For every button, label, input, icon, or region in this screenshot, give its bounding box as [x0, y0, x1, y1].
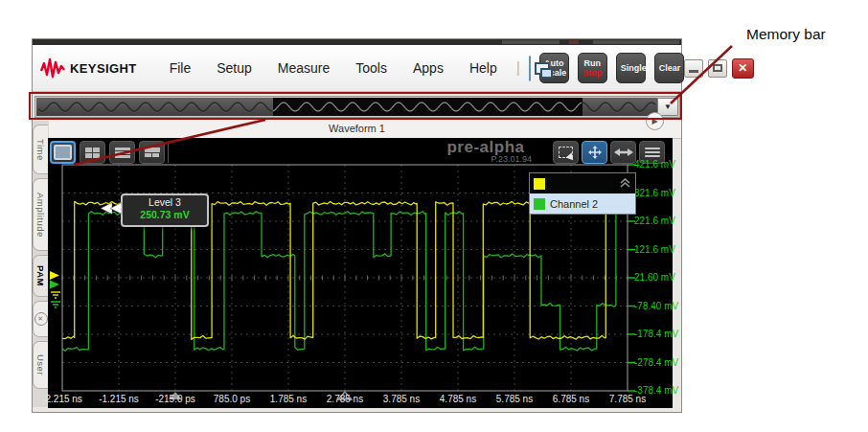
- memory-bar[interactable]: ▼: [34, 96, 680, 118]
- clear-button[interactable]: Clear: [654, 53, 684, 83]
- close-button[interactable]: ✕: [732, 58, 754, 79]
- menu-item-help[interactable]: Help: [469, 60, 497, 76]
- voltage-tick-label: 121.6 mV: [634, 244, 675, 255]
- waveform-tab-bar: Waveform 1: [33, 119, 681, 139]
- menu-separator: |: [516, 59, 520, 77]
- maximize-button[interactable]: [708, 59, 727, 78]
- single-button[interactable]: Single: [616, 53, 646, 83]
- channel-2-swatch: [534, 198, 545, 210]
- menu-items: FileSetupMeasureToolsAppsHelp: [170, 60, 497, 76]
- run-label: Run: [582, 58, 603, 68]
- voltage-tick-label: -278.4 mV: [634, 357, 678, 368]
- keysight-logo: KEYSIGHT: [40, 57, 137, 79]
- time-tick-label: 6.785 ns: [553, 394, 589, 404]
- side-tab-collapse[interactable]: ✕: [33, 301, 48, 337]
- side-tab-amplitude[interactable]: Amplitude: [33, 178, 48, 251]
- menu-item-setup[interactable]: Setup: [217, 60, 252, 76]
- minimize-icon: [689, 70, 698, 73]
- time-tick-label: 1.785 ns: [270, 394, 307, 404]
- time-tick-label: -1.215 ns: [99, 394, 139, 404]
- maximize-icon: [713, 64, 722, 72]
- level-callout-value: 250.73 mV: [123, 209, 207, 221]
- scope-display: pre-alpha P.23.01.94 -2.215 ns-1.215 ns-…: [48, 138, 673, 408]
- channel-2-label: Channel 2: [550, 198, 598, 210]
- display-window-icon: [540, 68, 553, 79]
- annotation-memory-bar-label: Memory bar: [746, 26, 826, 43]
- run-stop-button[interactable]: Run Stop: [578, 53, 607, 83]
- side-tab-time[interactable]: Time: [33, 125, 48, 174]
- menu-item-tools[interactable]: Tools: [355, 60, 387, 76]
- voltage-tick-label: 221.6 mV: [634, 216, 675, 226]
- background-artifact: [593, 40, 679, 44]
- level-marker-arrow-icon: [101, 202, 123, 215]
- voltage-tick-label: 21.60 mV: [634, 272, 675, 283]
- voltage-tick-label: 421.6 mV: [634, 159, 675, 170]
- memory-bar-waveform: [36, 98, 657, 116]
- time-tick-label: -215.0 ps: [155, 394, 195, 404]
- legend-row-channel-2[interactable]: Channel 2: [530, 193, 635, 214]
- time-tick-label: 785.0 ps: [214, 394, 250, 404]
- voltage-tick-label: 321.6 mV: [634, 188, 675, 198]
- brand-name: KEYSIGHT: [70, 61, 137, 76]
- menu-item-file[interactable]: File: [170, 60, 192, 76]
- channel-1-swatch: [534, 178, 545, 190]
- window-controls: ✕: [684, 58, 754, 79]
- menu-item-apps[interactable]: Apps: [413, 60, 444, 76]
- page: KEYSIGHT FileSetupMeasureToolsAppsHelp |…: [0, 0, 868, 432]
- voltage-tick-label: -378.4 mV: [634, 385, 678, 396]
- side-tab-strip: TimeAmplitudePAM✕User: [33, 121, 49, 407]
- time-tick-label: 2.785 ns: [327, 394, 363, 404]
- level-callout-title: Level 3: [123, 195, 207, 209]
- legend-row-channel-1[interactable]: [530, 173, 635, 193]
- menu-bar: KEYSIGHT FileSetupMeasureToolsAppsHelp |…: [33, 45, 681, 92]
- play-button[interactable]: ▶: [646, 112, 664, 130]
- time-tick-label: -2.215 ns: [42, 394, 82, 404]
- memory-bar-track[interactable]: [36, 98, 657, 116]
- display-config-button[interactable]: [529, 56, 531, 81]
- menu-item-measure[interactable]: Measure: [278, 60, 330, 76]
- collapse-chevron-icon[interactable]: [619, 178, 631, 189]
- time-tick-label: 5.785 ns: [496, 394, 533, 404]
- side-tab-pam[interactable]: PAM: [33, 255, 48, 297]
- voltage-tick-label: -78.40 mV: [634, 301, 678, 311]
- background-artifact: [569, 40, 579, 44]
- time-tick-label: 3.785 ns: [383, 394, 420, 404]
- stop-label: Stop: [582, 68, 603, 78]
- minimize-button[interactable]: [684, 59, 703, 78]
- side-tab-user[interactable]: User: [33, 341, 48, 389]
- time-tick-label: 4.785 ns: [440, 394, 476, 404]
- waveform-tab[interactable]: Waveform 1: [329, 123, 385, 134]
- close-circle-icon: ✕: [34, 312, 48, 326]
- background-artifact: [502, 40, 560, 44]
- voltage-tick-label: -178.4 mV: [634, 329, 678, 339]
- level-callout[interactable]: Level 3 250.73 mV: [121, 193, 209, 227]
- keysight-spark-icon: [40, 57, 65, 79]
- channel-legend[interactable]: Channel 2: [529, 172, 636, 215]
